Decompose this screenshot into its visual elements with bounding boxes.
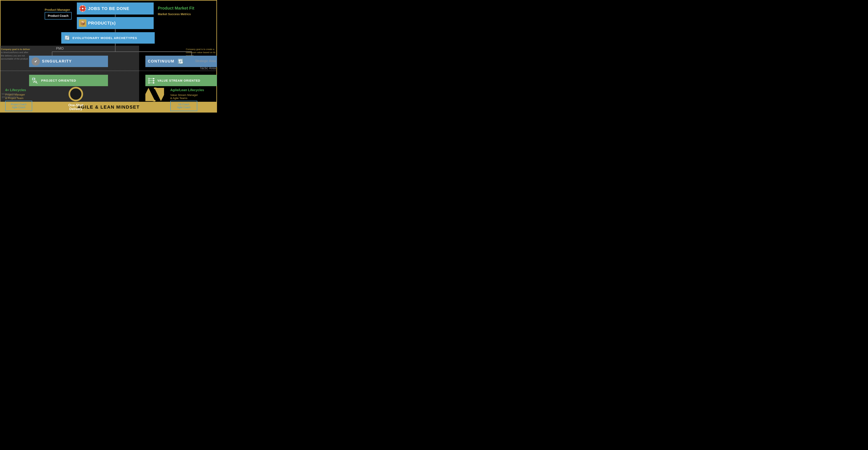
connector-v2 [115, 29, 116, 32]
svg-line-12 [36, 83, 37, 84]
tactic-area-label: Tactic Area [200, 66, 216, 70]
strategic-area-label: Strategic Area [195, 59, 216, 63]
product-box: 📦 PRODUCT(s) [77, 17, 154, 29]
website-line1: felicepescatore.it [2, 93, 17, 95]
mss-label: Market Success Metrics [158, 12, 191, 16]
dotted-separator [0, 70, 217, 71]
check-icon: ✔ [32, 57, 40, 66]
continuum-label: CONTINUUM [148, 59, 175, 64]
jobs-label: JOBS TO BE DONE [88, 6, 129, 11]
main-content: ✓ JOBS TO BE DONE 📦 PRODUCT(s) 🔄 EVOLUTI… [0, 0, 217, 102]
company-goal-normal: in time/cost/funcs and after the deliver… [1, 51, 28, 60]
vs-oriented-box: VALUE STREAM ORIENTED [145, 75, 217, 86]
company-goal-bold: Company goal is to deliver [1, 48, 30, 51]
pmo-label: PMO [56, 47, 64, 51]
jobs-box: ✓ JOBS TO BE DONE [77, 2, 154, 14]
right-coach-text1: VS Coach [178, 103, 189, 106]
product-coach-text: Product Coach [48, 14, 68, 18]
svg-point-14 [148, 80, 150, 81]
project-oriented-box: PROJECT ORIENTED [29, 75, 108, 86]
lifecycles-label: 4+ Lifecycles [5, 88, 26, 92]
agile-lifecycles-label: Agile/Lean Lifecycles [170, 88, 204, 92]
website-line2: @felicepescatore [2, 96, 18, 98]
connector-v1 [115, 14, 116, 17]
svg-rect-9 [33, 79, 34, 79]
product-label: PRODUCT(s) [88, 21, 116, 26]
target-icon: ✓ [79, 5, 86, 12]
vs-manager-label: Value Stream Manager [170, 93, 198, 96]
svg-point-11 [35, 81, 36, 83]
agile-teams-label: & Agile Teams [170, 96, 187, 100]
cycle-icon: 🔃 [177, 57, 185, 66]
one-shot-inner [70, 88, 82, 100]
one-shot-text: One-Shot Delivery [68, 103, 83, 111]
vs-icon [148, 77, 155, 84]
project-oriented-label: PROJECT ORIENTED [41, 79, 76, 82]
left-coach-text2: Agile Coach [12, 106, 26, 109]
one-shot-label: One-Shot Delivery [62, 103, 89, 111]
svg-point-2 [82, 8, 84, 9]
project-icon [32, 77, 39, 84]
website-label: felicepescatore.it @felicepescatore [2, 92, 18, 99]
right-coach-text2: Agile Coach [177, 106, 191, 109]
company-goal-left: Company goal is to deliver in time/cost/… [1, 48, 30, 61]
evo-label: EVOLUTIONARY MODEL ARCHETYPES [72, 36, 137, 40]
right-coach-box: VS Coach Agile Coach [170, 101, 197, 111]
product-manager-label: Product Manager [44, 8, 70, 11]
evo-icon: 🔄 [63, 34, 71, 42]
singularity-box: ✔ SINGULARITY [29, 56, 108, 67]
vs-oriented-label: VALUE STREAM ORIENTED [157, 79, 200, 82]
left-coach-box: Project Coach Agile Coach [5, 101, 32, 111]
pmf-label: Product Market Fit [158, 6, 194, 10]
svg-text:✓: ✓ [84, 5, 86, 8]
circular-arrows [145, 86, 164, 103]
evo-box: 🔄 EVOLUTIONARY MODEL ARCHETYPES [61, 32, 155, 43]
package-icon: 📦 [79, 19, 86, 27]
singularity-label: SINGULARITY [42, 59, 72, 64]
svg-point-13 [148, 78, 150, 79]
svg-point-15 [148, 82, 150, 84]
product-coach-box: Product Coach [44, 12, 72, 20]
left-coach-text1: Project Coach [11, 103, 26, 106]
